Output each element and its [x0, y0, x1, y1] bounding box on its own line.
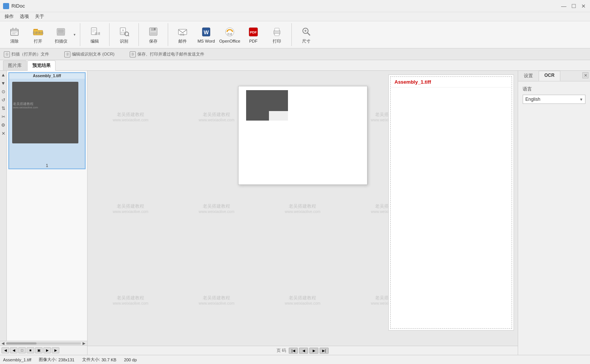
- toolbar-group-size: 尺寸: [295, 23, 321, 46]
- tool-up-icon[interactable]: ▲: [1, 72, 6, 78]
- title-bar: RiDoc — ☐ ✕: [0, 0, 590, 12]
- document-page: [238, 86, 367, 185]
- svg-rect-23: [150, 32, 156, 35]
- openoffice-icon: 搭建: [224, 26, 236, 38]
- right-tab-bar: 设置 OCR ✕: [518, 71, 590, 81]
- language-select[interactable]: English Chinese German French Spanish: [523, 95, 585, 104]
- pdf-label: PDF: [249, 39, 258, 43]
- section-num-2: ②: [64, 51, 70, 57]
- page-last-button[interactable]: ▶|: [320, 348, 329, 354]
- status-file-size-value: 30.7 KB: [102, 358, 116, 362]
- scroll-left-button[interactable]: ◀: [2, 341, 5, 345]
- nav-size1-button[interactable]: □: [18, 347, 26, 353]
- ocr-text-content: [391, 87, 512, 328]
- scanner-button[interactable]: 扫描仪: [49, 23, 72, 46]
- document-view: 老吴搭建教程www.weixiaolive.com 老吴搭建教程www.weix…: [87, 71, 518, 346]
- watermark-url: www.weixiaolive.com: [113, 301, 148, 305]
- svg-text:A: A: [122, 29, 124, 32]
- left-panel: ▲ ▼ ⊙ ↺ ⇅ ✂ ⚙ ✕ Assembly_1.tiff: [0, 71, 87, 355]
- doc-light-block: [269, 111, 288, 121]
- section-label-2: 编辑或识别文本 (OCR): [72, 51, 115, 57]
- ocr-filename: Assembly_1.tiff: [391, 77, 512, 87]
- page-next-button[interactable]: ▶: [309, 348, 318, 354]
- page-first-button[interactable]: |◀: [289, 348, 298, 354]
- email-label: 邮件: [178, 38, 187, 44]
- print-button[interactable]: 打印: [266, 23, 288, 46]
- edit-button[interactable]: 搭建 编辑: [83, 23, 106, 46]
- size-button[interactable]: 尺寸: [295, 23, 318, 46]
- watermark-text: 老吴搭建教程: [203, 203, 230, 210]
- menu-item-options[interactable]: 选项: [17, 13, 32, 21]
- right-panel: 设置 OCR ✕ 语言 English Chinese German Frenc…: [518, 71, 590, 355]
- section-item-export: ③ 保存、打印并通过电子邮件发送文件: [130, 51, 204, 57]
- page-info-text: 页 码: [277, 348, 286, 353]
- thumbnail-item-1[interactable]: Assembly_1.tiff 老吴搭建教程 www.weixiaolive.c…: [8, 72, 86, 169]
- nav-size3-button[interactable]: ▣: [35, 347, 43, 353]
- tool-rotate-icon[interactable]: ↺: [1, 97, 6, 103]
- tab-ocr[interactable]: OCR: [539, 71, 560, 81]
- toolbar-group-ocr: A 搭建 识别: [113, 23, 139, 46]
- menu-item-operations[interactable]: 操作: [2, 13, 17, 21]
- email-button[interactable]: 搭建 邮件: [171, 23, 194, 46]
- recognize-icon: A 搭建: [118, 25, 130, 38]
- save-button[interactable]: 保存: [142, 23, 165, 46]
- page-prev-button[interactable]: ◀: [299, 348, 308, 354]
- section-item-ocr: ② 编辑或识别文本 (OCR): [64, 51, 115, 57]
- clear-button[interactable]: 清除: [3, 23, 26, 46]
- tool-flip-icon[interactable]: ⇅: [1, 106, 6, 111]
- clear-label: 清除: [10, 38, 19, 44]
- menu-bar: 操作 选项 关于: [0, 12, 590, 21]
- svg-text:W: W: [204, 29, 209, 35]
- print-icon: [271, 25, 283, 38]
- size-icon: [300, 25, 312, 38]
- watermark-text: 老吴搭建教程: [117, 203, 144, 210]
- tool-settings-icon[interactable]: ⚙: [1, 122, 6, 128]
- close-button[interactable]: ✕: [580, 3, 587, 10]
- recognize-button[interactable]: A 搭建 识别: [113, 23, 135, 46]
- tab-preview[interactable]: 预览结果: [27, 60, 56, 71]
- section-bar: ① 扫描（打开的）文件 ② 编辑或识别文本 (OCR) ③ 保存、打印并通过电子…: [0, 49, 590, 60]
- tab-settings[interactable]: 设置: [518, 71, 539, 81]
- status-dpi-value: 200 dp: [124, 358, 137, 362]
- menu-item-about[interactable]: 关于: [32, 13, 47, 21]
- status-file-size-label: 文件大小:: [82, 357, 100, 362]
- center-panel: 老吴搭建教程www.weixiaolive.com 老吴搭建教程www.weix…: [87, 71, 518, 355]
- svg-rect-24: [154, 28, 156, 30]
- language-select-wrapper: English Chinese German French Spanish ▼: [523, 95, 585, 104]
- maximize-button[interactable]: ☐: [570, 3, 577, 10]
- print-label: 打印: [273, 38, 281, 44]
- zoom-out-button[interactable]: ◀: [2, 347, 9, 353]
- right-panel-content: 语言 English Chinese German French Spanish…: [518, 81, 590, 355]
- nav-size2-button[interactable]: ■: [27, 347, 34, 353]
- tab-gallery[interactable]: 图片库: [3, 60, 27, 70]
- minimize-button[interactable]: —: [560, 3, 567, 10]
- svg-line-20: [128, 35, 129, 36]
- zoom-in-button[interactable]: ▶: [52, 347, 59, 353]
- pdf-button[interactable]: PDF PDF: [242, 23, 265, 46]
- scanner-arrow-button[interactable]: ▼: [72, 23, 77, 46]
- main-content: ▲ ▼ ⊙ ↺ ⇅ ✂ ⚙ ✕ Assembly_1.tiff: [0, 71, 590, 355]
- edit-icon: 搭建: [89, 25, 101, 38]
- scroll-right-button[interactable]: ▶: [83, 341, 86, 345]
- nav-prev-button[interactable]: ◀: [10, 347, 17, 353]
- app-icon: [3, 3, 9, 9]
- watermark-url: www.weixiaolive.com: [199, 118, 234, 122]
- scanner-icon: [55, 25, 67, 38]
- open-icon: 搭建教程: [32, 25, 44, 38]
- right-panel-close-button[interactable]: ✕: [582, 72, 588, 78]
- horizontal-scrollbar-thumb[interactable]: [6, 342, 37, 345]
- watermark-text: 老吴搭建教程: [117, 111, 144, 118]
- section-num-1: ①: [4, 51, 10, 57]
- tool-delete-icon[interactable]: ✕: [1, 131, 6, 136]
- svg-text:搭建: 搭建: [95, 32, 100, 35]
- openoffice-button[interactable]: 搭建 OpenOffice: [218, 23, 241, 46]
- toolbar-group-edit: 搭建 编辑: [83, 23, 110, 46]
- section-label-3: 保存、打印并通过电子邮件发送文件: [137, 51, 204, 57]
- size-label: 尺寸: [302, 38, 310, 44]
- msword-button[interactable]: W MS Word: [195, 23, 218, 46]
- nav-next-button[interactable]: ▶: [43, 347, 51, 353]
- tool-down-icon[interactable]: ▼: [1, 81, 6, 86]
- tool-select-icon[interactable]: ⊙: [1, 89, 6, 94]
- tool-crop-icon[interactable]: ✂: [1, 114, 6, 119]
- open-button[interactable]: 搭建教程 打开: [27, 23, 49, 46]
